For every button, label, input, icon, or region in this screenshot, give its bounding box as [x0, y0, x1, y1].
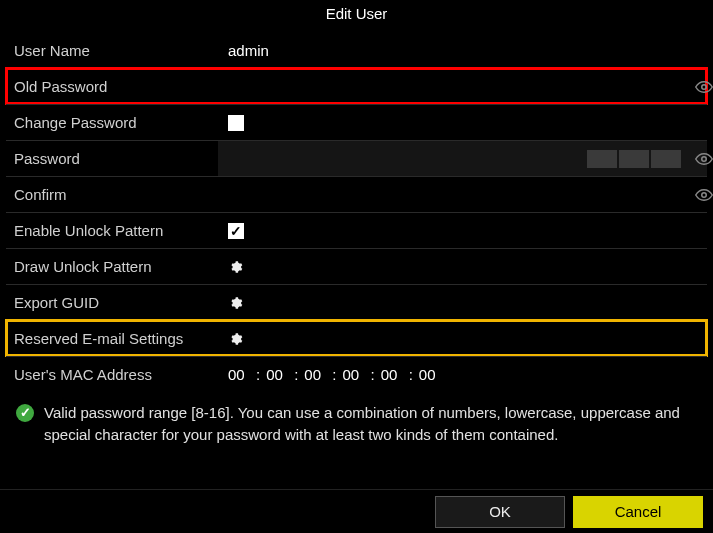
row-enable-unlock-pattern: Enable Unlock Pattern [6, 212, 707, 248]
label-draw-unlock-pattern: Draw Unlock Pattern [6, 258, 218, 275]
enable-unlock-pattern-checkbox[interactable] [228, 223, 244, 239]
old-password-input[interactable] [228, 78, 707, 95]
mac-octet[interactable]: 00 [381, 366, 403, 383]
password-strength-meter [587, 150, 681, 168]
mac-octet[interactable]: 00 [343, 366, 365, 383]
label-user-name: User Name [6, 42, 218, 59]
value-draw-unlock-pattern [218, 249, 707, 284]
value-confirm [218, 177, 707, 212]
strength-bar [587, 150, 617, 168]
value-mac-address[interactable]: 00: 00: 00: 00: 00: 00 [218, 357, 707, 392]
label-change-password: Change Password [6, 114, 218, 131]
svg-point-2 [702, 192, 707, 197]
strength-bar [651, 150, 681, 168]
eye-icon[interactable] [695, 150, 713, 168]
value-change-password [218, 105, 707, 140]
row-reserved-email: Reserved E-mail Settings [6, 320, 707, 356]
label-password: Password [6, 150, 218, 167]
mac-octet[interactable]: 00 [228, 366, 250, 383]
ok-button[interactable]: OK [435, 496, 565, 528]
row-confirm: Confirm [6, 176, 707, 212]
gear-icon[interactable] [228, 331, 244, 347]
row-draw-unlock-pattern: Draw Unlock Pattern [6, 248, 707, 284]
password-hint: Valid password range [8-16]. You can use… [6, 392, 707, 446]
edit-user-dialog: Edit User User Name Old Password Change … [0, 0, 713, 533]
value-password [218, 141, 707, 176]
check-icon [16, 404, 34, 422]
value-reserved-email [218, 321, 707, 356]
label-enable-unlock-pattern: Enable Unlock Pattern [6, 222, 218, 239]
row-change-password: Change Password [6, 104, 707, 140]
dialog-title: Edit User [0, 0, 713, 28]
row-old-password: Old Password [6, 68, 707, 104]
mac-input[interactable]: 00: 00: 00: 00: 00: 00 [228, 366, 441, 383]
change-password-checkbox[interactable] [228, 115, 244, 131]
eye-icon[interactable] [695, 186, 713, 204]
value-enable-unlock-pattern [218, 213, 707, 248]
value-export-guid [218, 285, 707, 320]
label-reserved-email: Reserved E-mail Settings [6, 330, 218, 347]
eye-icon[interactable] [695, 78, 713, 96]
gear-icon[interactable] [228, 295, 244, 311]
mac-octet[interactable]: 00 [266, 366, 288, 383]
confirm-input[interactable] [228, 186, 707, 203]
svg-point-0 [702, 84, 707, 89]
row-password: Password [6, 140, 707, 176]
dialog-footer: OK Cancel [0, 489, 713, 533]
strength-bar [619, 150, 649, 168]
label-confirm: Confirm [6, 186, 218, 203]
row-export-guid: Export GUID [6, 284, 707, 320]
form-content: User Name Old Password Change Password P… [0, 28, 713, 489]
mac-octet[interactable]: 00 [304, 366, 326, 383]
cancel-button[interactable]: Cancel [573, 496, 703, 528]
mac-octet[interactable]: 00 [419, 366, 441, 383]
value-old-password [218, 69, 707, 104]
svg-point-1 [702, 156, 707, 161]
value-user-name [218, 32, 707, 68]
row-user-name: User Name [6, 32, 707, 68]
user-name-input[interactable] [228, 42, 707, 59]
hint-text: Valid password range [8-16]. You can use… [44, 402, 695, 446]
label-export-guid: Export GUID [6, 294, 218, 311]
row-mac-address: User's MAC Address 00: 00: 00: 00: 00: 0… [6, 356, 707, 392]
label-old-password: Old Password [6, 78, 218, 95]
label-mac-address: User's MAC Address [6, 366, 218, 383]
gear-icon[interactable] [228, 259, 244, 275]
